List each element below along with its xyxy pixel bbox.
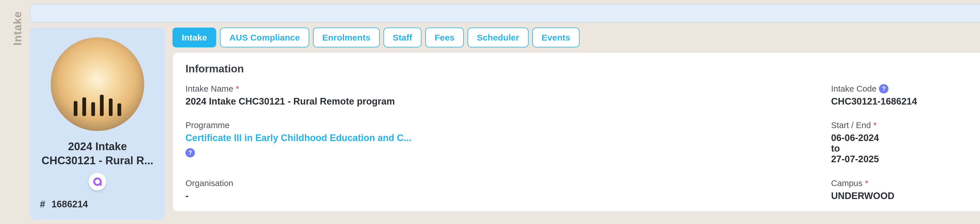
organisation-label: Organisation bbox=[185, 178, 233, 188]
tab-scheduler[interactable]: Scheduler bbox=[468, 28, 528, 47]
programme-link[interactable]: Certificate III in Early Childhood Educa… bbox=[185, 133, 818, 143]
field-organisation: Organisation - bbox=[185, 178, 818, 201]
field-start-end: Start / End * 06-06-2024 to 27-07-2025 bbox=[831, 120, 980, 164]
expand-banner[interactable] bbox=[30, 4, 980, 22]
intake-code-label: Intake Code bbox=[831, 84, 877, 94]
brand-logo-icon bbox=[92, 176, 103, 187]
page-vertical-label: Intake bbox=[11, 11, 24, 46]
organisation-value: - bbox=[185, 191, 818, 201]
intake-id-row: # 1686214 bbox=[40, 199, 88, 210]
content-row: 2024 Intake CHC30121 - Rural R... # 1686… bbox=[30, 27, 980, 220]
end-date-value: 27-07-2025 bbox=[831, 154, 980, 164]
main-column: Intake AUS Compliance Enrolments Staff F… bbox=[172, 27, 980, 220]
intake-summary-card: 2024 Intake CHC30121 - Rural R... # 1686… bbox=[30, 27, 165, 220]
help-icon[interactable]: ? bbox=[879, 84, 888, 94]
field-intake-name: Intake Name * 2024 Intake CHC30121 - Rur… bbox=[185, 84, 818, 107]
information-panel: Information Intake Name * 2024 Intake CH… bbox=[172, 52, 980, 211]
campus-label: Campus bbox=[831, 178, 862, 188]
start-end-label: Start / End bbox=[831, 120, 871, 130]
info-grid: Intake Name * 2024 Intake CHC30121 - Rur… bbox=[185, 84, 980, 201]
tab-aus-compliance[interactable]: AUS Compliance bbox=[220, 28, 309, 47]
tab-enrolments[interactable]: Enrolments bbox=[313, 28, 380, 47]
main-container: 2024 Intake CHC30121 - Rural R... # 1686… bbox=[26, 0, 980, 223]
tab-events[interactable]: Events bbox=[532, 28, 579, 47]
intake-code-value: CHC30121-1686214 bbox=[831, 96, 980, 107]
silhouette-group-icon bbox=[74, 95, 121, 116]
tab-staff[interactable]: Staff bbox=[383, 28, 422, 47]
intake-id-value: 1686214 bbox=[51, 199, 88, 210]
field-programme: Programme Certificate III in Early Child… bbox=[185, 120, 818, 164]
tab-fees[interactable]: Fees bbox=[425, 28, 464, 47]
tab-intake[interactable]: Intake bbox=[172, 28, 216, 47]
field-intake-code: Intake Code ? CHC30121-1686214 bbox=[831, 84, 980, 107]
start-end-to: to bbox=[831, 143, 980, 154]
hash-icon: # bbox=[40, 199, 45, 210]
required-icon: * bbox=[873, 120, 877, 130]
intake-name-label: Intake Name bbox=[185, 84, 233, 94]
tabs: Intake AUS Compliance Enrolments Staff F… bbox=[172, 28, 579, 47]
required-icon: * bbox=[865, 178, 868, 188]
brand-badge bbox=[89, 173, 106, 191]
intake-title: 2024 Intake CHC30121 - Rural R... bbox=[40, 140, 155, 168]
intake-avatar bbox=[51, 37, 145, 131]
start-date-value: 06-06-2024 bbox=[831, 133, 980, 143]
campus-value: UNDERWOOD bbox=[831, 191, 980, 201]
required-icon: * bbox=[236, 84, 239, 94]
information-heading: Information bbox=[185, 63, 244, 75]
toolbar-row: Intake AUS Compliance Enrolments Staff F… bbox=[172, 27, 980, 47]
field-campus: Campus * UNDERWOOD bbox=[831, 178, 980, 201]
programme-label: Programme bbox=[185, 120, 229, 130]
intake-name-value: 2024 Intake CHC30121 - Rural Remote prog… bbox=[185, 96, 818, 107]
help-icon[interactable]: ? bbox=[185, 148, 195, 158]
